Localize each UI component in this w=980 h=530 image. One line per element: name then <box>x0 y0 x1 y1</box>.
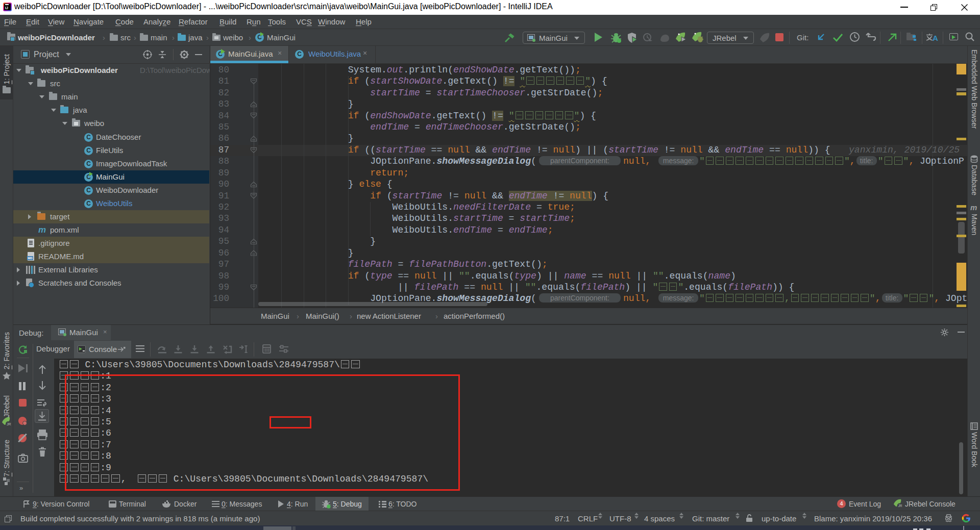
svg-text:JR: JR <box>898 504 902 508</box>
svg-text:JR: JR <box>7 422 11 426</box>
